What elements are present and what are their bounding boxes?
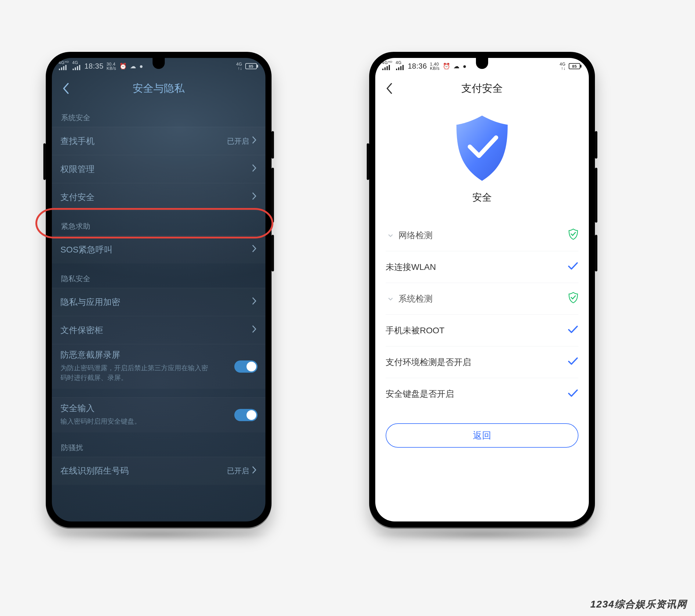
row-keyboard: 安全键盘是否开启 — [386, 378, 578, 410]
toggle-switch[interactable] — [234, 360, 257, 373]
shield-check-icon — [568, 292, 578, 305]
check-icon — [567, 262, 578, 272]
row-label: 权限管理 — [61, 163, 95, 175]
row-privacy-encrypt[interactable]: 隐私与应用加密 — [52, 288, 266, 316]
chevron-right-icon — [251, 466, 257, 476]
hw-button-extra — [272, 235, 274, 271]
page-title: 安全与隐私 — [52, 82, 266, 95]
row-label: 未连接WLAN — [386, 261, 436, 273]
hero-label: 安全 — [472, 191, 492, 204]
page-title: 支付安全 — [375, 82, 589, 95]
hw-button-left — [367, 143, 369, 180]
row-net-check[interactable]: 网络检测 — [386, 219, 578, 251]
row-secure-input[interactable]: 安全输入 输入密码时启用安全键盘。 — [52, 397, 266, 433]
settings-list: 系统安全 查找手机 已开启 权限管理 支付安全 紧急求助 SOS紧急呼叫 — [52, 103, 266, 485]
check-icon — [567, 389, 578, 400]
row-label: SOS紧急呼叫 — [61, 244, 113, 256]
row-value: 已开启 — [227, 466, 251, 476]
row-sos[interactable]: SOS紧急呼叫 — [52, 235, 266, 263]
screen-right: 4Gᴴᴰ 4G 18:36 1.40 KB/s — [375, 58, 589, 522]
hw-button-power — [595, 131, 597, 159]
hw-button-vol — [272, 168, 274, 223]
hero: 安全 — [375, 103, 589, 207]
row-wlan: 未连接WLAN — [386, 251, 578, 283]
row-find-phone[interactable]: 查找手机 已开启 — [52, 127, 266, 155]
return-label: 返回 — [473, 429, 491, 442]
toggle-switch[interactable] — [234, 409, 257, 421]
notification-dot-icon: ● — [139, 63, 143, 70]
back-button[interactable] — [58, 81, 74, 96]
shield-icon — [448, 111, 515, 185]
row-label: 防恶意截屏录屏 — [61, 349, 257, 361]
status-speed-unit: KB/s — [106, 66, 116, 70]
back-button[interactable] — [382, 81, 397, 96]
chevron-right-icon — [251, 164, 257, 174]
status-net1: 4Gᴴᴰ — [382, 60, 393, 65]
section-sos: 紧急求助 — [52, 211, 266, 235]
watermark: 1234综合娱乐资讯网 — [590, 598, 687, 611]
shield-check-icon — [568, 228, 578, 242]
battery-icon: 85 — [245, 63, 257, 69]
row-label: 系统检测 — [399, 293, 433, 305]
status-net2: 4G — [72, 60, 79, 65]
cloud-icon: ☁ — [130, 63, 136, 70]
row-sub: 输入密码时启用安全键盘。 — [61, 417, 213, 426]
row-label: 在线识别陌生号码 — [61, 465, 129, 477]
row-label: 查找手机 — [61, 136, 95, 147]
status-speed: 30.4 — [106, 62, 115, 66]
chevron-right-icon — [251, 325, 257, 335]
row-label: 隐私与应用加密 — [61, 296, 120, 308]
chevron-right-icon — [251, 297, 257, 307]
return-button[interactable]: 返回 — [386, 423, 578, 448]
row-payment-security[interactable]: 支付安全 — [52, 183, 266, 211]
arrows-icon: ↑↓ — [561, 66, 566, 70]
section-system: 系统安全 — [52, 103, 266, 127]
status-speed: 1.40 — [430, 62, 439, 66]
chevron-down-icon — [386, 294, 395, 304]
row-anti-screenshot[interactable]: 防恶意截屏录屏 为防止密码泄露，开启后禁止第三方应用在输入密码时进行截屏、录屏。 — [52, 344, 266, 389]
row-permissions[interactable]: 权限管理 — [52, 155, 266, 183]
row-label: 支付环境检测是否开启 — [386, 356, 471, 368]
row-value: 已开启 — [227, 136, 251, 146]
hw-button-vol — [595, 168, 597, 223]
alarm-icon: ⏰ — [119, 63, 127, 70]
status-time: 18:35 — [85, 62, 104, 70]
signal-icon — [382, 65, 391, 72]
row-label: 网络检测 — [399, 230, 433, 241]
section-spam: 防骚扰 — [52, 433, 266, 457]
status-net1: 4Gᴴᴰ — [58, 60, 69, 65]
notification-dot-icon: ● — [463, 63, 467, 70]
row-label: 安全键盘是否开启 — [386, 388, 454, 400]
row-sys-check[interactable]: 系统检测 — [386, 283, 578, 315]
chevron-right-icon — [251, 136, 257, 146]
check-list: 网络检测 未连接WLAN 系统检测 — [375, 207, 589, 410]
signal-icon — [72, 65, 82, 72]
battery-icon: 85 — [569, 63, 580, 69]
chevron-down-icon — [386, 231, 395, 240]
check-icon — [567, 357, 578, 368]
row-spam-id[interactable]: 在线识别陌生号码 已开启 — [52, 457, 266, 485]
status-net2: 4G — [396, 60, 402, 65]
row-env: 支付环境检测是否开启 — [386, 347, 578, 378]
signal-icon — [396, 65, 405, 72]
phone-right: 4Gᴴᴰ 4G 18:36 1.40 KB/s — [369, 52, 595, 528]
alarm-icon: ⏰ — [443, 63, 451, 70]
row-sub: 为防止密码泄露，开启后禁止第三方应用在输入密码时进行截屏、录屏。 — [61, 363, 213, 383]
signal-icon — [58, 65, 68, 72]
row-label: 支付安全 — [61, 192, 95, 203]
status-time: 18:36 — [408, 62, 427, 70]
check-icon — [567, 325, 578, 336]
nav-bar: 支付安全 — [375, 74, 589, 103]
hw-button-extra — [595, 235, 597, 271]
status-right-net: 4G — [560, 62, 566, 66]
chevron-right-icon — [251, 244, 257, 255]
section-privacy: 隐私安全 — [52, 263, 266, 288]
row-label: 安全输入 — [61, 403, 257, 414]
status-right-net: 4G — [236, 62, 242, 66]
phone-left: 4Gᴴᴰ 4G 18:35 30.4 KB/s — [46, 52, 272, 528]
arrows-icon: ↑↓ — [238, 66, 242, 70]
row-file-safe[interactable]: 文件保密柜 — [52, 316, 266, 344]
status-speed-unit: KB/s — [430, 66, 440, 70]
row-root: 手机未被ROOT — [386, 315, 578, 347]
chevron-right-icon — [251, 192, 257, 203]
